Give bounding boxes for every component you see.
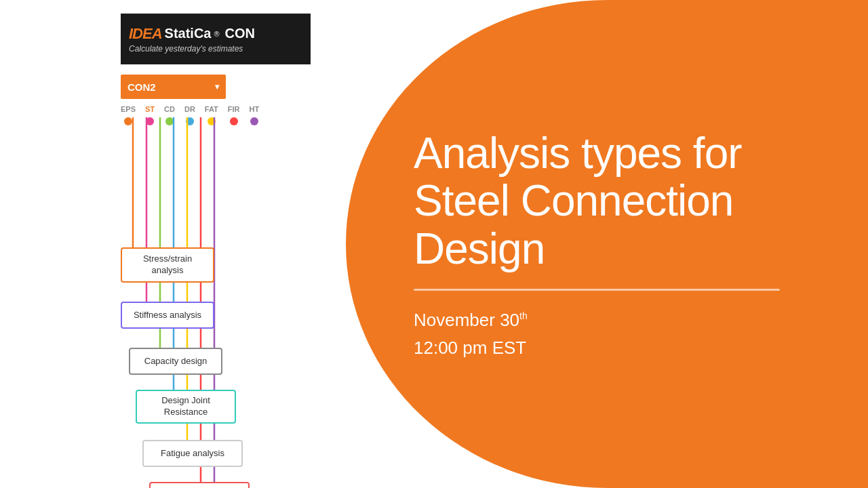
title-divider xyxy=(414,289,780,291)
main-title: Analysis types for Steel Connection Desi… xyxy=(414,129,814,272)
con2-dropdown[interactable]: CON2 ▾ xyxy=(121,75,226,99)
event-date: November 30th xyxy=(414,310,814,331)
box-design-joint-resistance: Design JointResistance xyxy=(136,390,236,424)
flow-lines-svg xyxy=(121,105,317,485)
left-panel: IDEA StatiCa® CON Calculate yesterday's … xyxy=(0,0,346,488)
event-time: 12:00 pm EST xyxy=(414,338,814,359)
box-fire-design: Fire design xyxy=(149,482,250,488)
logo-statica: StatiCa xyxy=(165,26,212,41)
logo-con: CON xyxy=(225,26,255,41)
box-stress-strain: Stress/strainanalysis xyxy=(121,247,214,283)
con2-label: CON2 xyxy=(127,81,156,93)
box-capacity-design: Capacity design xyxy=(129,348,222,375)
dropdown-arrow: ▾ xyxy=(215,82,219,92)
right-panel: Analysis types for Steel Connection Desi… xyxy=(346,0,868,488)
flow-diagram: EPS ST CD DR FAT FIR xyxy=(121,105,317,485)
box-stiffness-analysis: Stiffness analysis xyxy=(121,302,214,329)
logo-reg: ® xyxy=(214,30,219,38)
logo-subtitle: Calculate yesterday's estimates xyxy=(129,44,243,54)
logo-idea: IDEA xyxy=(129,25,162,43)
logo-area: IDEA StatiCa® CON Calculate yesterday's … xyxy=(121,14,311,64)
box-fatigue-analysis: Fatigue analysis xyxy=(142,440,243,467)
date-suffix: th xyxy=(519,310,528,321)
